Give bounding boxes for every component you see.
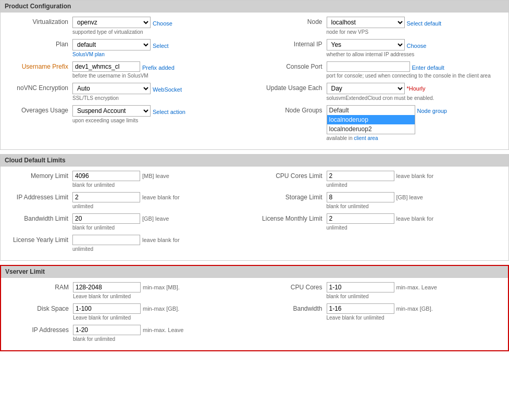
license-yearly-hint-inline: leave blank for (142, 237, 180, 243)
disk-space-inline: min-max [GB]. (73, 303, 251, 314)
ip-vserver-hint-inline: min-max. Leave (143, 327, 183, 333)
console-port-input[interactable] (327, 61, 410, 72)
row-bandwidth-license-monthly: Bandwidth Limit [GB] leave blank for unl… (1, 213, 508, 235)
vserver-limit-header: Vserver Limit (1, 266, 508, 278)
ip-vserver-hint: blank for unlimited (73, 336, 251, 342)
virtualization-action[interactable]: Choose (153, 19, 172, 27)
novnc-hint: SSL/TLS encryption (72, 95, 251, 101)
vserver-limit-body: RAM min-max [MB]. Leave blank for unlimi… (1, 278, 508, 350)
node-groups-action[interactable]: Node group (417, 106, 448, 114)
virtualization-label: Virtualization (5, 17, 72, 26)
internal-ip-select[interactable]: Yes No (327, 39, 405, 50)
cpu-cores-limit-hint: unlimited (327, 182, 505, 188)
disk-space-input[interactable] (73, 303, 141, 314)
internal-ip-action[interactable]: Choose (407, 41, 427, 49)
overages-select[interactable]: Suspend Account Allow Overages Block Usa… (72, 105, 151, 117)
bandwidth-limit-input[interactable] (72, 213, 140, 224)
virtualization-hint: supported type of virtualization (72, 29, 251, 35)
row-virtualization-node: Virtualization openvz kvm xen Choose sup… (1, 17, 508, 39)
license-yearly-inline: leave blank for (72, 235, 251, 245)
overages-action[interactable]: Select action (153, 107, 185, 115)
node-groups-hint-link: client area (354, 135, 378, 141)
internal-ip-inline: Yes No Choose (327, 39, 505, 50)
ip-limit-hint: unlimited (72, 203, 251, 209)
col-node-groups: Node Groups Default localnoderuop localn… (255, 105, 509, 141)
bandwidth-limit-inline: [GB] leave (72, 213, 251, 224)
update-usage-label: Update Usage Each (259, 83, 327, 92)
node-groups-list[interactable]: Default localnoderuop localnoderuop2 (327, 105, 415, 134)
col-internal-ip: Internal IP Yes No Choose whether to all… (255, 39, 509, 57)
row-disk-bandwidth: Disk Space min-max [GB]. Leave blank for… (1, 303, 508, 325)
ram-content: min-max [MB]. Leave blank for unlimited (73, 282, 251, 299)
storage-limit-hint-inline: [GB] leave (396, 194, 423, 200)
col-disk-space: Disk Space min-max [GB]. Leave blank for… (1, 303, 255, 321)
overages-hint: upon exceeding usage limits (72, 118, 251, 123)
ip-limit-content: leave blank for unlimited (72, 192, 251, 209)
vserver-limit-title: Vserver Limit (5, 268, 45, 275)
update-usage-select[interactable]: Day Hour Week (327, 83, 405, 94)
license-monthly-input[interactable] (327, 213, 394, 224)
bandwidth-limit-content: [GB] leave blank for unlimited (72, 213, 251, 231)
node-group-localnoderop2[interactable]: localnoderuop2 (327, 124, 415, 134)
col-virtualization: Virtualization openvz kvm xen Choose sup… (1, 17, 255, 35)
col-cpu-cores-limit: CPU Cores Limit leave blank for unlimite… (255, 171, 509, 188)
storage-limit-hint: blank for unlimited (327, 203, 505, 209)
plan-select[interactable]: default (72, 39, 151, 50)
product-config-header: Product Configuration (1, 1, 508, 12)
cloud-defaults-body: Memory Limit [MB] leave blank for unlimi… (1, 167, 508, 260)
license-yearly-content: leave blank for unlimited (72, 235, 251, 252)
node-content: localhost Select default node for new VP… (327, 17, 505, 35)
storage-limit-label: Storage Limit (259, 192, 327, 201)
node-group-default[interactable]: Default (327, 106, 415, 115)
storage-limit-input[interactable] (327, 192, 394, 202)
col-storage-limit: Storage Limit [GB] leave blank for unlim… (255, 192, 509, 209)
col-update-usage: Update Usage Each Day Hour Week *Hourly … (255, 83, 509, 101)
node-select[interactable]: localhost (327, 17, 405, 28)
ip-limit-label: IP Addresses Limit (5, 192, 72, 201)
plan-inline: default Select (72, 39, 251, 50)
update-usage-hint: solusvmExtendedCloud cron must be enable… (327, 95, 505, 101)
bandwidth-vserver-hint: Leave blank for unlimited (327, 315, 504, 321)
bandwidth-vserver-label: Bandwidth (259, 303, 327, 312)
update-usage-red: *Hourly (407, 85, 426, 92)
col-username-prefix: Username Prefix Prefix added before the … (1, 61, 255, 79)
console-port-action[interactable]: Enter default (412, 63, 444, 71)
col-license-yearly: License Yearly Limit leave blank for unl… (1, 235, 255, 252)
col-console-port: Console Port Enter default port for cons… (255, 61, 509, 79)
ip-limit-input[interactable] (72, 192, 140, 202)
ram-input[interactable] (73, 282, 141, 292)
ip-vserver-input[interactable] (73, 325, 141, 335)
row-ram-cpu: RAM min-max [MB]. Leave blank for unlimi… (1, 282, 508, 303)
col-plan: Plan default Select SolusVM plan (1, 39, 255, 57)
plan-action[interactable]: Select (153, 41, 169, 49)
memory-limit-input[interactable] (72, 171, 140, 181)
username-prefix-input[interactable] (72, 61, 140, 72)
node-action[interactable]: Select default (407, 19, 442, 27)
cpu-cores-vserver-input[interactable] (327, 282, 394, 292)
cpu-cores-limit-input[interactable] (327, 171, 394, 181)
node-groups-content: Default localnoderuop localnoderuop2 Nod… (327, 105, 505, 141)
bandwidth-limit-hint-inline: [GB] leave (142, 215, 169, 222)
storage-limit-content: [GB] leave blank for unlimited (327, 192, 505, 209)
novnc-select[interactable]: Auto On Off (72, 83, 151, 94)
virtualization-select[interactable]: openvz kvm xen (72, 17, 151, 28)
node-group-localnoderuop[interactable]: localnoderuop (327, 115, 415, 124)
plan-label: Plan (5, 39, 72, 48)
license-yearly-hint: unlimited (72, 246, 251, 252)
ram-hint: Leave blank for unlimited (73, 294, 251, 299)
license-yearly-input[interactable] (72, 235, 140, 245)
update-usage-content: Day Hour Week *Hourly solusvmExtendedClo… (327, 83, 505, 101)
bandwidth-vserver-input[interactable] (327, 303, 394, 314)
col-ip-limit: IP Addresses Limit leave blank for unlim… (1, 192, 255, 209)
bandwidth-vserver-content: min-max [GB]. Leave blank for unlimited (327, 303, 504, 321)
vserver-limit-section: Vserver Limit RAM min-max [MB]. Leave bl… (0, 265, 509, 351)
disk-space-hint: Leave blank for unlimited (73, 315, 251, 321)
plan-hint: SolusVM plan (72, 52, 251, 57)
username-prefix-hint: before the username in SolusVM (72, 73, 251, 79)
node-groups-inline: Default localnoderuop localnoderuop2 Nod… (327, 105, 505, 134)
internal-ip-hint: whether to allow internal IP addresses (327, 52, 505, 57)
col-bandwidth-limit: Bandwidth Limit [GB] leave blank for unl… (1, 213, 255, 231)
col-bandwidth-vserver: Bandwidth min-max [GB]. Leave blank for … (255, 303, 508, 321)
internal-ip-content: Yes No Choose whether to allow internal … (327, 39, 505, 57)
console-port-hint: port for console; used when connecting t… (327, 73, 505, 79)
